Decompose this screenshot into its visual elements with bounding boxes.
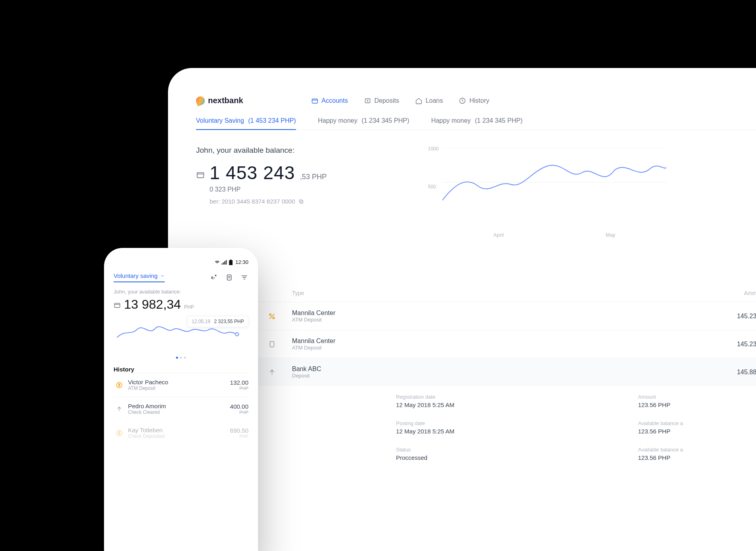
dollar-icon xyxy=(114,381,125,389)
phone-chart: 12.05.19 2 323,55 PHP xyxy=(114,317,248,353)
nav-accounts-label: Accounts xyxy=(322,97,348,104)
post-date-label: Posting date xyxy=(396,420,606,426)
post-date-value: 12 May 2018 5:25 AM xyxy=(396,428,606,435)
phone-tx-2-sub: Check Deposited xyxy=(128,433,230,439)
svg-rect-16 xyxy=(224,261,225,264)
balance-block: John, your available balance: 1 453 243 … xyxy=(196,146,404,238)
nav-history-label: History xyxy=(469,97,489,104)
svg-rect-21 xyxy=(227,275,231,280)
svg-rect-14 xyxy=(222,263,222,264)
svg-point-20 xyxy=(215,275,216,276)
chart-x-april: April xyxy=(493,232,504,238)
wallet-icon xyxy=(311,97,318,104)
wifi-icon xyxy=(214,260,220,265)
reg-date-value: 12 May 2018 5:25 AM xyxy=(396,401,606,408)
tx-1-amount: 145.23 xyxy=(737,341,756,347)
percent-icon xyxy=(268,312,276,320)
battery-icon xyxy=(229,260,233,265)
nav-loans-label: Loans xyxy=(426,97,443,104)
svg-rect-17 xyxy=(226,260,227,264)
copy-icon[interactable] xyxy=(298,199,304,204)
phone-tip-value: 2 323,55 PHP xyxy=(214,319,244,324)
svg-rect-6 xyxy=(299,200,302,202)
tx-row-0[interactable]: Mannila CenterATM Deposit 145.23PHP xyxy=(196,302,756,330)
amount-value: 123.56 PHP xyxy=(638,401,756,408)
status-label: Status xyxy=(396,447,606,453)
arrow-up-icon xyxy=(114,405,125,413)
signal-icon xyxy=(222,260,227,265)
avail-label: Available balance a xyxy=(638,420,756,426)
avail-value: 123.56 PHP xyxy=(638,428,756,435)
logo-mark-icon xyxy=(195,95,206,106)
nav-deposits[interactable]: Deposits xyxy=(364,97,399,104)
history-icon xyxy=(459,97,466,104)
tx-row-1[interactable]: Mannila CenterATM Deposit 145.23PHP xyxy=(196,330,756,358)
deposit-icon xyxy=(364,97,371,104)
avail2-label: Available balance a xyxy=(638,447,756,453)
account-tab-2-name: Happy money xyxy=(431,117,471,124)
wallet-icon xyxy=(196,170,205,179)
loans-icon xyxy=(415,97,422,104)
svg-point-2 xyxy=(367,100,368,101)
phone-tx-2[interactable]: Kay TotlebenCheck Deposited 690.50PHP xyxy=(114,421,248,445)
nav-loans[interactable]: Loans xyxy=(415,97,443,104)
col-type: Type xyxy=(292,290,688,296)
dollar-icon xyxy=(114,429,125,437)
phone-tx-2-name: Kay Totleben xyxy=(128,427,230,433)
phone-tx-1-name: Pedro Amorim xyxy=(128,403,230,409)
phone-balance-currency: PHP xyxy=(184,304,194,310)
pager-dot-1[interactable] xyxy=(180,357,182,359)
svg-rect-0 xyxy=(312,99,318,103)
filter-icon[interactable] xyxy=(240,274,248,281)
tx-0-amount: 145.23 xyxy=(737,313,756,319)
svg-rect-12 xyxy=(270,341,274,347)
nav-accounts[interactable]: Accounts xyxy=(311,97,348,104)
account-tab-0[interactable]: Voluntary Saving (1 453 234 PHP) xyxy=(196,117,296,130)
pager-dot-2[interactable] xyxy=(184,357,186,359)
chart-x-may: May xyxy=(606,232,616,238)
card-icon xyxy=(268,340,276,348)
account-tab-1-amount: (1 234 345 PHP) xyxy=(362,117,409,124)
svg-point-28 xyxy=(236,333,239,336)
phone-tx-0-sub: ATM Deposit xyxy=(128,385,230,391)
brand-name: nextbank xyxy=(208,96,243,105)
wallet-icon xyxy=(114,301,121,309)
phone-tx-0-amount: 132.00 xyxy=(230,379,248,386)
account-tab-0-amount: (1 453 234 PHP) xyxy=(248,117,296,124)
document-icon[interactable] xyxy=(225,274,233,281)
nav-history[interactable]: History xyxy=(459,97,489,104)
nav-deposits-label: Deposits xyxy=(374,97,399,104)
tx-row-2[interactable]: Bank ABCDeposit 145.88PHP xyxy=(196,358,756,386)
phone-account-tab[interactable]: Voluntary saving xyxy=(114,272,165,282)
tx-1-sub: ATM Deposit xyxy=(292,345,688,351)
tx-0-name: Mannila Center xyxy=(292,309,688,317)
brand-logo[interactable]: nextbank xyxy=(196,96,243,105)
chevron-down-icon xyxy=(160,274,165,278)
phone-history-title: History xyxy=(114,366,248,373)
phone-tx-1-amount: 400.00 xyxy=(230,403,248,410)
svg-point-11 xyxy=(273,317,274,319)
svg-rect-18 xyxy=(229,260,233,265)
pager-dot-0[interactable] xyxy=(176,357,178,359)
phone-tab-label: Voluntary saving xyxy=(114,272,158,279)
svg-rect-4 xyxy=(197,173,204,178)
account-tab-0-name: Voluntary Saving xyxy=(196,117,244,124)
balance-amount: 1 453 243 xyxy=(210,162,295,184)
svg-rect-27 xyxy=(114,303,120,308)
tx-2-sub: Deposit xyxy=(292,373,688,379)
transfer-icon[interactable] xyxy=(210,274,218,281)
phone-tip-date: 12.05.19 xyxy=(192,319,210,324)
phone-tx-1[interactable]: Pedro AmorimCheck Cleared 400.00PHP xyxy=(114,397,248,421)
phone-balance-title: John, your available balance: xyxy=(114,289,248,295)
account-tabs: Voluntary Saving (1 453 234 PHP) Happy m… xyxy=(196,117,756,130)
phone-pager-dots[interactable] xyxy=(114,357,248,359)
phone-tx-0[interactable]: Victor PachecoATM Deposit 132.00PHP xyxy=(114,373,248,397)
account-tab-1[interactable]: Happy money (1 234 345 PHP) xyxy=(318,117,409,130)
account-tab-2[interactable]: Happy money (1 234 345 PHP) xyxy=(431,117,522,130)
phone-tx-1-sub: Check Cleared xyxy=(128,409,230,415)
chart-y-500: 500 xyxy=(428,184,436,190)
tx-1-name: Mannila Center xyxy=(292,337,688,345)
chart-y-1000: 1000 xyxy=(428,146,439,152)
chart-line xyxy=(442,148,666,216)
status-value: Proccessed xyxy=(396,454,606,461)
